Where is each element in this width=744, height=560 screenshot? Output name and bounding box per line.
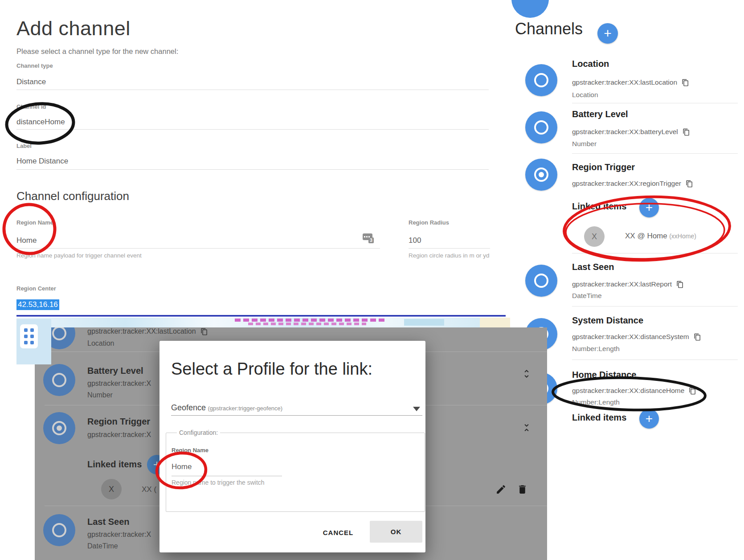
channel-state-ring-icon: [534, 274, 548, 288]
channel-uid-row: gpstracker:tracker:XX:distanceSystem: [572, 333, 701, 341]
page-title: Add channel: [16, 17, 131, 40]
options-count-badge: 3: [368, 237, 374, 243]
copy-icon[interactable]: [676, 281, 684, 288]
unfold-less-icon: [521, 422, 532, 433]
region-center-focus-underline: [16, 315, 506, 317]
channel-title[interactable]: Battery Level: [572, 109, 628, 119]
unfold-more-icon: [521, 368, 532, 379]
region-center-input[interactable]: 42.53,16.16: [16, 299, 59, 310]
channel-uid: gpstracker:tracker:XX:regionTrigger: [572, 180, 681, 188]
profile-value: Geofence: [171, 403, 206, 412]
divider: [572, 103, 738, 103]
region-name-hint: Region name payload for trigger channel …: [16, 252, 142, 259]
channel-uid: gpstracker:tracker:XX:lastLocation: [572, 78, 677, 86]
configuration-fieldset: Configuration:: [166, 429, 425, 512]
channel-state-ring-icon: [52, 373, 66, 387]
dialog-title: Select a Profile for the link:: [171, 360, 372, 379]
channel-uid-row: gpstracker:tracker:XX:distanceHome: [572, 387, 696, 395]
channel-id-label: Channel id: [16, 103, 46, 110]
multiple-options-icon[interactable]: 3: [363, 233, 374, 243]
copy-icon[interactable]: [689, 387, 696, 395]
channel-uid-row: gpstracker:tracker:XX:lastLocation: [87, 327, 208, 335]
channel-title[interactable]: System Distance: [572, 315, 643, 326]
configuration-legend: Configuration:: [177, 429, 220, 436]
channel-avatar-icon: [43, 514, 75, 546]
copy-icon[interactable]: [682, 79, 689, 86]
channel-uid: gpstracker:tracker:X: [87, 531, 151, 539]
trigger-channel-ring-icon: [52, 421, 66, 435]
channel-uid: gpstracker:tracker:XX:batteryLevel: [572, 128, 678, 136]
channel-title: Region Trigger: [87, 417, 150, 427]
channel-title[interactable]: Location: [572, 59, 609, 69]
map-land-patch: [480, 318, 510, 327]
channel-uid-row: gpstracker:tracker:XX:lastLocation: [572, 78, 689, 86]
map-corner-fragment: [16, 319, 51, 364]
channel-title[interactable]: Last Seen: [572, 262, 614, 272]
add-channel-button[interactable]: +: [597, 23, 618, 44]
item-avatar-letter: X: [109, 485, 114, 494]
copy-icon[interactable]: [686, 180, 693, 188]
dialog-region-name-input[interactable]: Home: [172, 462, 192, 471]
channel-item-type: Number: [572, 140, 597, 148]
item-avatar-letter: X: [592, 232, 597, 241]
copy-icon[interactable]: [683, 128, 690, 136]
plus-icon: +: [604, 26, 612, 41]
channel-title[interactable]: Home Distance: [572, 370, 637, 380]
channel-item-type: DateTime: [87, 542, 118, 550]
map-label-smudge: [235, 319, 386, 322]
profile-select[interactable]: Geofence (gpstracker:trigger-geofence): [171, 403, 282, 413]
channel-type-select[interactable]: Distance: [16, 78, 46, 86]
item-avatar: X: [101, 479, 122, 499]
region-name-input[interactable]: Home: [16, 236, 37, 245]
channel-title[interactable]: Region Trigger: [572, 162, 635, 172]
channel-avatar-icon: [525, 64, 557, 96]
region-name-label: Region Name: [16, 219, 53, 226]
profile-uid: (gpstracker:trigger-geofence): [208, 405, 283, 412]
channel-uid-row: gpstracker:tracker:XX:lastReport: [572, 280, 684, 288]
intro-text: Please select a channel type for the new…: [16, 47, 178, 56]
channel-id-underline: [16, 129, 489, 130]
label-label: Label: [16, 143, 32, 149]
map-label-smudge: [248, 323, 366, 325]
dialog-region-name-label: Region Name: [172, 447, 208, 454]
dialog-region-name-hint: Region name to trigger the switch: [172, 479, 265, 486]
dropdown-arrow-icon[interactable]: [413, 407, 420, 411]
channel-state-ring-icon: [534, 120, 548, 135]
divider: [572, 153, 738, 154]
channel-uid-row: gpstracker:tracker:XX:regionTrigger: [572, 180, 693, 188]
channel-type-underline: [16, 90, 489, 90]
linked-items-label: Linked items: [572, 413, 626, 423]
cancel-button[interactable]: CANCEL: [316, 529, 360, 536]
edit-icon: [495, 484, 507, 495]
plus-icon: +: [646, 412, 653, 426]
channel-avatar-icon: [43, 364, 75, 396]
linked-item-title: XX @ Home: [625, 232, 667, 240]
channel-item-type: DateTime: [572, 292, 602, 300]
linked-item[interactable]: XX @ Home (xxHome): [625, 232, 696, 241]
profile-select-underline: [171, 415, 422, 416]
region-radius-underline: [409, 248, 490, 249]
channels-heading: Channels: [515, 20, 583, 38]
region-radius-label: Region Radius: [409, 219, 449, 226]
profile-dialog: Select a Profile for the link: Geofence …: [159, 341, 425, 552]
label-input[interactable]: Home Distance: [16, 157, 68, 166]
add-link-button[interactable]: +: [639, 198, 659, 217]
channel-uid: gpstracker:tracker:X: [87, 431, 151, 439]
region-name-underline: [16, 248, 380, 249]
add-link-button[interactable]: +: [639, 409, 659, 429]
region-radius-hint: Region circle radius in m or yd: [409, 252, 490, 259]
map-control-icon: [20, 324, 38, 348]
region-radius-input[interactable]: 100: [409, 236, 421, 245]
map-water-patch: [404, 319, 444, 326]
copy-icon[interactable]: [694, 333, 701, 341]
channel-title: Battery Level: [87, 366, 143, 376]
copy-icon: [200, 328, 208, 335]
channel-item-type: Location: [87, 339, 114, 347]
ok-button[interactable]: OK: [370, 521, 422, 543]
linked-item-name: (xxHome): [669, 233, 696, 240]
map-strip: [16, 318, 510, 327]
trigger-channel-ring-icon: [534, 168, 548, 182]
channel-id-input[interactable]: distanceHome: [16, 118, 65, 127]
channel-avatar-icon: [525, 111, 557, 143]
scroll-fab-partial[interactable]: [511, 0, 549, 18]
